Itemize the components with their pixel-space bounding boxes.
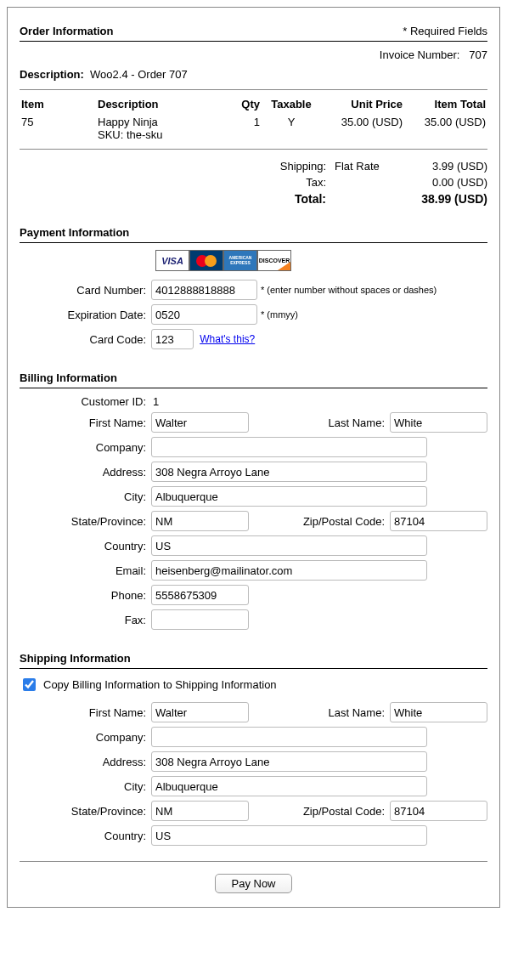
card-number-row: Card Number: * (enter number without spa… (20, 280, 487, 300)
card-number-input[interactable] (151, 280, 257, 300)
cell-item-total: 35.00 (USD) (404, 113, 487, 144)
cell-desc-sku: SKU: the-sku (98, 128, 163, 141)
cell-taxable: Y (262, 113, 321, 144)
pay-now-button[interactable]: Pay Now (215, 874, 291, 893)
billing-zip-label: Zip/Postal Code: (249, 515, 390, 528)
shipping-country-input[interactable] (151, 825, 427, 846)
whats-this-link[interactable]: What's this? (200, 333, 255, 345)
cell-description: Happy Ninja SKU: the-sku (96, 113, 223, 144)
billing-zip-input[interactable] (390, 511, 487, 531)
shipping-state-label: State/Province: (20, 805, 151, 818)
visa-icon: VISA (155, 250, 189, 271)
shipping-value: 3.99 (USD) (411, 160, 487, 173)
card-number-hint: * (enter number without spaces or dashes… (261, 285, 437, 295)
line-items-table: Item Description Qty Taxable Unit Price … (20, 95, 487, 144)
shipping-info-title: Shipping Information (20, 652, 131, 665)
required-fields-note: * Required Fields (403, 25, 487, 37)
shipping-city-label: City: (20, 780, 151, 793)
shipping-company-label: Company: (20, 731, 151, 744)
divider (20, 861, 487, 862)
billing-company-input[interactable] (151, 437, 427, 457)
card-code-input[interactable] (151, 329, 194, 349)
billing-fields: Customer ID: 1 First Name: Last Name: Co… (20, 395, 487, 630)
order-description-value: Woo2.4 - Order 707 (90, 68, 188, 81)
customer-id-value: 1 (151, 395, 159, 408)
billing-country-input[interactable] (151, 535, 427, 556)
shipping-first-name-input[interactable] (151, 702, 249, 722)
billing-company-label: Company: (20, 441, 151, 454)
shipping-zip-input[interactable] (390, 801, 487, 821)
total-label: Total: (267, 192, 326, 206)
order-info-title: Order Information (20, 25, 114, 37)
shipping-company-input[interactable] (151, 727, 427, 747)
shipping-state-input[interactable] (151, 801, 249, 821)
billing-first-name-input[interactable] (151, 412, 249, 433)
cell-qty: 1 (223, 113, 262, 144)
shipping-address-input[interactable] (151, 751, 427, 772)
billing-fax-input[interactable] (151, 609, 249, 630)
order-description-line: Description: Woo2.4 - Order 707 (20, 68, 487, 81)
billing-state-input[interactable] (151, 511, 249, 531)
exp-date-input[interactable] (151, 304, 257, 325)
card-number-label: Card Number: (20, 284, 151, 297)
col-item-total: Item Total (404, 95, 487, 113)
billing-info-header: Billing Information (20, 371, 487, 384)
table-row: 75 Happy Ninja SKU: the-sku 1 Y 35.00 (U… (20, 113, 487, 144)
billing-info-title: Billing Information (20, 371, 117, 384)
copy-billing-row: Copy Billing Information to Shipping Inf… (20, 676, 487, 694)
divider (20, 388, 487, 388)
exp-date-label: Expiration Date: (20, 309, 151, 321)
pay-button-row: Pay Now (20, 874, 487, 893)
billing-fax-label: Fax: (20, 614, 151, 626)
billing-city-input[interactable] (151, 486, 427, 507)
shipping-city-input[interactable] (151, 776, 427, 796)
col-item: Item (20, 95, 96, 113)
divider (20, 149, 487, 150)
tax-value: 0.00 (USD) (411, 176, 487, 189)
col-qty: Qty (223, 95, 262, 113)
mastercard-icon (189, 250, 223, 271)
table-header-row: Item Description Qty Taxable Unit Price … (20, 95, 487, 113)
copy-billing-checkbox[interactable] (23, 678, 36, 691)
billing-address-label: Address: (20, 466, 151, 479)
shipping-label: Shipping: (267, 160, 326, 173)
totals-block: Shipping: Flat Rate 3.99 (USD) Tax: 0.00… (20, 158, 487, 207)
cell-desc-name: Happy Ninja (98, 116, 158, 128)
invoice-number: 707 (469, 48, 487, 61)
billing-first-name-label: First Name: (20, 416, 151, 429)
tax-label: Tax: (267, 176, 326, 189)
shipping-zip-label: Zip/Postal Code: (249, 805, 390, 818)
shipping-last-name-input[interactable] (390, 702, 487, 722)
shipping-last-name-label: Last Name: (249, 706, 390, 719)
billing-phone-input[interactable] (151, 585, 249, 605)
shipping-info-header: Shipping Information (20, 652, 487, 665)
exp-date-hint: * (mmyy) (261, 309, 298, 320)
cell-item: 75 (20, 113, 96, 144)
payment-info-title: Payment Information (20, 226, 129, 239)
copy-billing-label: Copy Billing Information to Shipping Inf… (43, 678, 277, 691)
tax-row: Tax: 0.00 (USD) (20, 174, 487, 190)
billing-state-label: State/Province: (20, 515, 151, 528)
billing-country-label: Country: (20, 540, 151, 552)
invoice-label: Invoice Number: (380, 48, 460, 61)
amex-icon: AMERICANEXPRESS (223, 250, 257, 271)
order-description-label: Description: (20, 68, 84, 81)
billing-last-name-input[interactable] (390, 412, 487, 433)
billing-phone-label: Phone: (20, 589, 151, 602)
customer-id-label: Customer ID: (20, 395, 151, 408)
divider (20, 89, 487, 90)
card-brand-icons: VISA AMERICANEXPRESS DISCOVER (155, 250, 487, 271)
col-taxable: Taxable (262, 95, 321, 113)
billing-address-input[interactable] (151, 462, 427, 482)
form-frame: Order Information * Required Fields Invo… (7, 7, 500, 908)
billing-email-label: Email: (20, 564, 151, 577)
cell-unit-price: 35.00 (USD) (321, 113, 404, 144)
exp-date-row: Expiration Date: * (mmyy) (20, 304, 487, 325)
billing-city-label: City: (20, 490, 151, 503)
card-code-label: Card Code: (20, 333, 151, 346)
billing-email-input[interactable] (151, 560, 427, 581)
total-row: Total: 38.99 (USD) (20, 190, 487, 207)
shipping-fields: First Name: Last Name: Company: Address:… (20, 702, 487, 846)
order-info-header: Order Information * Required Fields (20, 25, 487, 37)
divider (20, 242, 487, 243)
